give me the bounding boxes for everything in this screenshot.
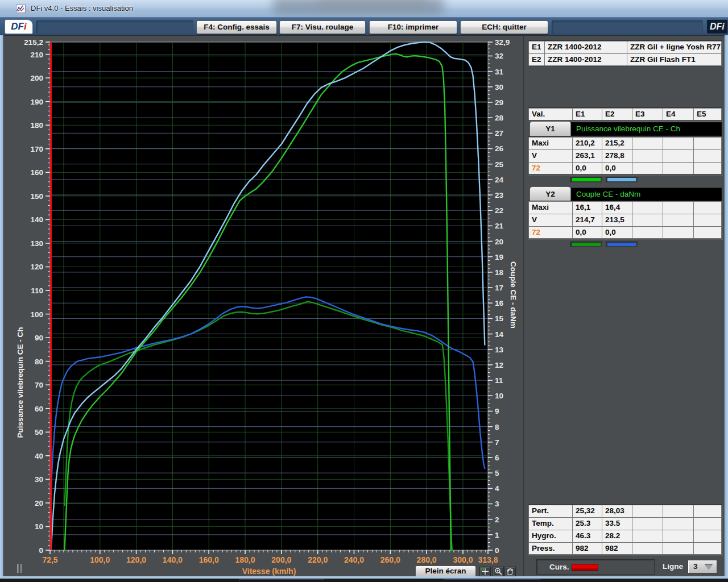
value-cell: [693, 162, 722, 174]
value-cell: 0,0: [572, 162, 602, 174]
row-label: Pert.: [528, 505, 572, 517]
fullscreen-button[interactable]: Plein écran: [415, 566, 476, 577]
toolbar-recess: [36, 20, 193, 34]
value-cell: [632, 542, 663, 555]
column-header: E1: [572, 108, 602, 120]
column-header: E3: [632, 108, 663, 120]
svg-text:32: 32: [495, 52, 503, 60]
button-imprimer[interactable]: F10: imprimer: [369, 20, 457, 34]
tab-y2[interactable]: Y2: [530, 186, 571, 202]
value-cell: 33.5: [602, 517, 632, 530]
table-row: Pert.25,3228,03: [528, 505, 722, 517]
value-cell: [663, 517, 693, 530]
table-header-row: Val.E1E2E3E4E5: [528, 108, 722, 120]
value-cell: 0,0: [602, 162, 632, 174]
value-cell: 278,8: [602, 149, 632, 162]
run-model: ZZR 1400-2012: [544, 53, 627, 66]
table-row: Maxi16,116,4: [528, 201, 722, 214]
svg-text:21: 21: [495, 222, 504, 230]
background-window-blur: [318, 0, 427, 11]
svg-text:20: 20: [35, 499, 43, 508]
value-cell: [693, 149, 722, 162]
line-width-dropdown[interactable]: 3: [688, 560, 717, 573]
y2-variable-field[interactable]: Couple CE - daNm: [571, 188, 722, 201]
client-area: 100,0120,0140,0160,0180,0200,0220,0240,0…: [3, 35, 725, 576]
svg-text:27: 27: [495, 129, 503, 138]
value-cell: 210,2: [572, 137, 602, 149]
plot-background[interactable]: [50, 42, 488, 550]
svg-text:72,5: 72,5: [42, 555, 57, 564]
table-row: V214,7213,5: [528, 214, 722, 226]
value-cell: 46.3: [572, 530, 602, 542]
chart-canvas[interactable]: 100,0120,0140,0160,0180,0200,0220,0240,0…: [3, 35, 523, 576]
cursor-color-swatch[interactable]: [572, 564, 598, 571]
value-cell: [663, 162, 693, 174]
svg-text:140: 140: [30, 215, 43, 224]
pan-hand-icon[interactable]: [504, 567, 516, 576]
dyno-chart[interactable]: 100,0120,0140,0160,0180,0200,0220,0240,0…: [3, 35, 523, 576]
environment-table: Pert.25,3228,03Temp.25.333.5Hygro.46.328…: [528, 505, 722, 555]
series-swatch-slot: [606, 177, 638, 182]
value-cell: 16,4: [602, 201, 632, 214]
taskbar-button-ghost: [444, 579, 540, 582]
cursor-label: Curs.: [549, 563, 569, 571]
button-quitter[interactable]: ECH: quitter: [460, 20, 548, 34]
svg-text:7: 7: [495, 438, 499, 447]
value-cell: [693, 505, 722, 517]
value-cell: 263,1: [572, 149, 602, 162]
series-swatch[interactable]: [572, 178, 601, 181]
table-row: Hygro.46.328.2: [528, 530, 722, 542]
value-cell: [632, 214, 663, 226]
value-cell: 25,32: [572, 505, 602, 517]
value-cell: 982: [602, 542, 632, 555]
row-label: Temp.: [528, 517, 572, 530]
svg-text:20: 20: [495, 238, 503, 246]
svg-text:150: 150: [30, 192, 43, 201]
value-cell: [663, 214, 693, 226]
svg-text:170: 170: [30, 145, 43, 153]
value-cell: [693, 137, 722, 149]
svg-text:100,0: 100,0: [90, 555, 110, 564]
svg-text:215,2: 215,2: [24, 38, 43, 47]
svg-text:19: 19: [495, 253, 503, 261]
series-swatch[interactable]: [607, 178, 636, 181]
button-config-essais[interactable]: F4: Config. essais: [196, 20, 277, 34]
right-panel: E1 ZZR 1400-2012 ZZR Gil + ligne Yosh R7…: [523, 35, 725, 576]
value-cell: [632, 517, 663, 530]
svg-text:24: 24: [495, 176, 504, 184]
title-bar: DFi v4.0 - Essais : visualisation: [0, 0, 728, 17]
y1-variable-field[interactable]: Puissance vilebrequin CE - Ch: [571, 122, 722, 136]
value-cell: [663, 201, 693, 214]
x-axis-title: Vitesse (km/h): [242, 567, 296, 576]
dfi-logo: DFi: [5, 19, 33, 34]
series-swatch-slot: [606, 242, 638, 247]
value-cell: [693, 542, 722, 555]
value-cell: 213,5: [602, 214, 632, 226]
svg-text:220,0: 220,0: [308, 555, 328, 564]
series-swatch[interactable]: [607, 243, 636, 246]
series-swatch[interactable]: [572, 243, 601, 246]
dfi-logo-i: i: [24, 21, 27, 32]
taskbar-button-ghost: [239, 579, 324, 582]
value-cell: [632, 201, 663, 214]
svg-text:22: 22: [495, 206, 503, 215]
value-cell: 0,0: [572, 226, 602, 239]
svg-text:190: 190: [30, 98, 43, 106]
zoom-icon[interactable]: [493, 567, 504, 576]
svg-text:200,0: 200,0: [271, 555, 291, 564]
svg-text:200: 200: [30, 74, 43, 82]
crosshair-icon[interactable]: [479, 567, 491, 576]
tab-y1[interactable]: Y1: [530, 121, 571, 136]
table-row: Temp.25.333.5: [528, 517, 722, 530]
svg-text:10: 10: [495, 392, 503, 400]
value-cell: 28,03: [602, 505, 632, 517]
svg-text:32,9: 32,9: [495, 38, 510, 47]
dfi-logo-text: DF: [11, 21, 24, 32]
run-model: ZZR 1400-2012: [544, 41, 627, 53]
value-cell: 214,7: [572, 214, 602, 226]
chart-plot[interactable]: 100,0120,0140,0160,0180,0200,0220,0240,0…: [3, 35, 523, 579]
button-visu-roulage[interactable]: F7: Visu. roulage: [279, 20, 366, 34]
svg-text:13: 13: [495, 346, 504, 354]
value-cell: [632, 137, 663, 149]
table-row: 720,00,0: [528, 226, 722, 239]
